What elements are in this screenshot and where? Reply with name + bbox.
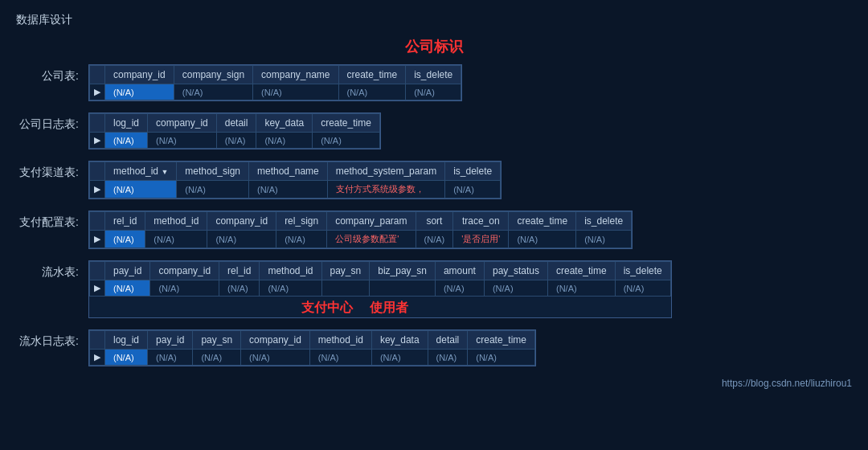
column-header: amount (435, 262, 484, 280)
table-cell: '是否启用' (453, 231, 509, 248)
column-header: is_delete (445, 162, 501, 181)
table-section: 公司表:company_idcompany_signcompany_namecr… (16, 64, 852, 101)
table-cell: (N/A) (260, 280, 321, 297)
db-table: pay_idcompany_idrel_idmethod_idpay_snbiz… (89, 261, 671, 297)
table-cell: (N/A) (177, 181, 249, 198)
table-cell: (N/A) (445, 181, 501, 198)
column-header: method_id ▼ (105, 162, 177, 181)
column-header: pay_id (148, 331, 193, 350)
table-cell: (N/A) (207, 231, 276, 248)
column-header: rel_id (219, 262, 260, 280)
table-cell: (N/A) (105, 231, 145, 248)
annotation-pay-center: 支付中心 (301, 300, 353, 317)
column-header: is_delete (576, 212, 632, 231)
column-header: key_data (256, 114, 313, 133)
table-cell: (N/A) (338, 84, 406, 100)
table-cell (370, 280, 436, 297)
db-table: method_id ▼method_signmethod_namemethod_… (89, 162, 501, 198)
column-header: create_time (509, 212, 576, 231)
table-cell: (N/A) (256, 133, 313, 149)
column-header: create_time (548, 262, 616, 280)
column-header: method_id (309, 331, 371, 350)
column-header: rel_sign (276, 212, 327, 231)
table-cell: (N/A) (105, 133, 148, 149)
table-cell: (N/A) (468, 350, 535, 366)
table-label: 公司日志表: (16, 112, 88, 132)
table-label: 流水日志表: (16, 329, 88, 349)
column-header: create_time (468, 331, 535, 350)
column-header: company_id (207, 212, 276, 231)
column-header: pay_sn (321, 262, 370, 280)
table-cell: (N/A) (193, 350, 241, 366)
db-table: company_idcompany_signcompany_namecreate… (89, 65, 461, 100)
column-header: company_id (148, 114, 217, 133)
table-section: 流水日志表:log_idpay_idpay_sncompany_idmethod… (16, 329, 852, 366)
row-arrow: ▶ (90, 181, 105, 198)
table-cell: (N/A) (509, 231, 576, 248)
column-header: create_time (338, 66, 406, 84)
db-table-wrapper: log_idcompany_iddetailkey_datacreate_tim… (88, 112, 381, 149)
center-label: 公司标识 (16, 37, 852, 56)
table-cell: (N/A) (484, 280, 547, 297)
column-header: company_id (105, 66, 174, 84)
table-cell: (N/A) (241, 350, 310, 366)
db-table-wrapper: pay_idcompany_idrel_idmethod_idpay_snbiz… (88, 260, 672, 318)
column-header: method_id (145, 212, 207, 231)
column-header: company_name (253, 66, 338, 84)
table-section: 公司日志表:log_idcompany_iddetailkey_datacrea… (16, 112, 852, 149)
table-cell: (N/A) (435, 280, 484, 297)
table-cell: (N/A) (309, 350, 371, 366)
column-header: pay_sn (193, 331, 241, 350)
table-cell: (N/A) (105, 84, 174, 100)
column-header: company_id (150, 262, 219, 280)
db-table-wrapper: rel_idmethod_idcompany_idrel_signcompany… (88, 211, 633, 249)
column-header: method_name (249, 162, 328, 181)
table-cell: (N/A) (253, 84, 338, 100)
table-label: 公司表: (16, 64, 88, 84)
table-cell: (N/A) (105, 280, 150, 297)
column-header: key_data (371, 331, 428, 350)
table-cell: 公司级参数配置' (327, 231, 416, 248)
table-label: 流水表: (16, 260, 88, 280)
db-table-wrapper: log_idpay_idpay_sncompany_idmethod_idkey… (88, 329, 536, 366)
footer-link: https://blog.csdn.net/liuzhirou1 (16, 378, 852, 389)
table-cell: (N/A) (371, 350, 428, 366)
column-header: company_param (327, 212, 416, 231)
table-cell: (N/A) (576, 231, 632, 248)
column-header: is_delete (406, 66, 461, 84)
table-cell: (N/A) (219, 280, 260, 297)
table-section: 支付配置表:rel_idmethod_idcompany_idrel_signc… (16, 211, 852, 249)
table-cell: (N/A) (145, 231, 207, 248)
column-header: company_id (241, 331, 310, 350)
page-title: 数据库设计 (16, 13, 852, 27)
table-cell: (N/A) (105, 181, 177, 198)
table-cell: (N/A) (216, 133, 256, 149)
row-arrow: ▶ (90, 231, 105, 248)
column-header: method_system_param (327, 162, 444, 181)
db-table: log_idpay_idpay_sncompany_idmethod_idkey… (89, 330, 535, 366)
db-table-wrapper: method_id ▼method_signmethod_namemethod_… (88, 161, 502, 199)
column-header: is_delete (615, 262, 670, 280)
column-header: method_id (260, 262, 321, 280)
column-header: create_time (313, 114, 380, 133)
db-table: rel_idmethod_idcompany_idrel_signcompany… (89, 211, 632, 248)
db-table-wrapper: company_idcompany_signcompany_namecreate… (88, 64, 462, 101)
table-cell: (N/A) (548, 280, 616, 297)
column-header: rel_id (105, 212, 145, 231)
table-cell: (N/A) (249, 181, 328, 198)
table-label: 支付配置表: (16, 211, 88, 230)
table-label: 支付渠道表: (16, 161, 88, 180)
row-arrow: ▶ (90, 84, 105, 100)
table-cell: (N/A) (615, 280, 670, 297)
db-table: log_idcompany_iddetailkey_datacreate_tim… (89, 113, 380, 149)
annotation-user: 使用者 (370, 300, 408, 317)
column-header: log_id (105, 331, 148, 350)
row-arrow: ▶ (90, 280, 105, 297)
table-cell: (N/A) (150, 280, 219, 297)
column-header: detail (428, 331, 468, 350)
table-section: 支付渠道表:method_id ▼method_signmethod_namem… (16, 161, 852, 199)
table-cell: (N/A) (406, 84, 461, 100)
column-header: sort (416, 212, 453, 231)
column-header: method_sign (177, 162, 249, 181)
row-arrow: ▶ (90, 133, 105, 149)
